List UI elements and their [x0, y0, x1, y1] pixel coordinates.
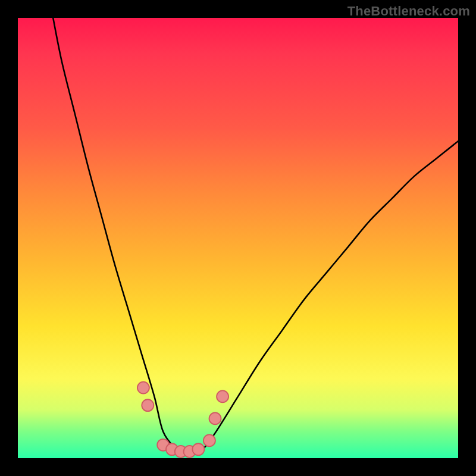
- plot-area: [18, 18, 458, 458]
- marker-dot: [217, 390, 228, 402]
- bottleneck-curve: [53, 18, 458, 455]
- marker-group: [137, 382, 228, 458]
- curve-layer: [18, 18, 458, 458]
- attribution-watermark: TheBottleneck.com: [347, 4, 470, 19]
- marker-dot: [209, 412, 221, 424]
- marker-dot: [137, 382, 149, 394]
- chart-frame: TheBottleneck.com: [0, 0, 476, 476]
- marker-dot: [192, 443, 204, 455]
- marker-dot: [203, 434, 215, 446]
- marker-dot: [142, 399, 154, 411]
